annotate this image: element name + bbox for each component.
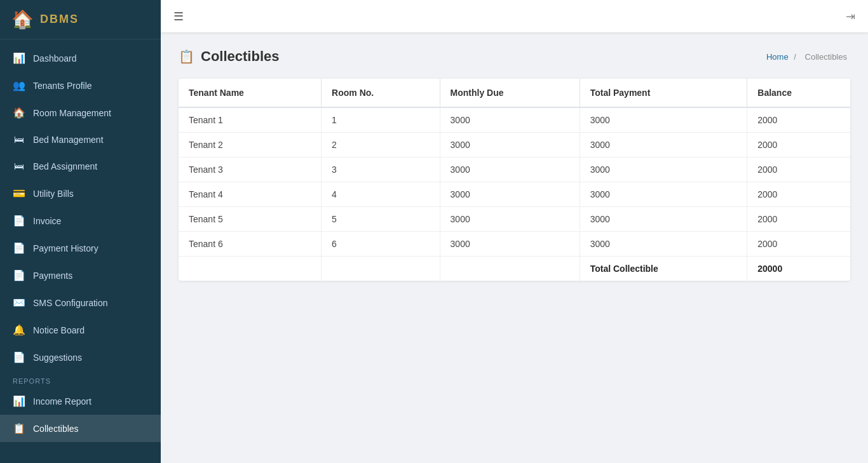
sidebar-item-bed-management[interactable]: 🛏Bed Management [0,126,161,153]
topbar: ☰ ⇥ [161,0,868,33]
monthly-due-cell: 3000 [440,158,580,182]
total-empty-cell [179,257,322,281]
table-row: Tenant 33300030002000 [179,158,850,182]
notice-board-icon: 🔔 [13,324,25,336]
sidebar-item-bed-assignment[interactable]: 🛏Bed Assignment [0,153,161,180]
monthly-due-cell: 3000 [440,207,580,232]
room-no-cell: 6 [322,232,440,257]
sidebar-item-payment-history[interactable]: 📄Payment History [0,234,161,262]
reports-section-label: REPORTS [0,371,161,387]
tenants-profile-icon: 👥 [13,79,25,91]
sidebar-item-label: Room Management [33,108,111,118]
sidebar-item-label: Bed Assignment [33,161,97,171]
sidebar-nav: 📊Dashboard👥Tenants Profile🏠Room Manageme… [0,39,161,463]
total-payment-cell: 3000 [580,158,747,182]
sidebar-item-invoice[interactable]: 📄Invoice [0,207,161,234]
tenant-name-cell: Tenant 1 [179,107,322,133]
total-empty-cell [440,257,580,281]
total-payment-cell: 3000 [580,232,747,257]
sidebar: 🏠 DBMS 📊Dashboard👥Tenants Profile🏠Room M… [0,0,161,463]
page-title-row: 📋 Collectibles [179,48,279,65]
table-body: Tenant 11300030002000Tenant 223000300020… [179,107,850,281]
monthly-due-cell: 3000 [440,182,580,207]
collectibles-icon: 📋 [13,422,25,434]
tenant-name-cell: Tenant 6 [179,232,322,257]
balance-cell: 2000 [747,158,850,182]
room-no-cell: 3 [322,158,440,182]
sidebar-item-dashboard[interactable]: 📊Dashboard [0,44,161,72]
sidebar-item-tenants-profile[interactable]: 👥Tenants Profile [0,72,161,99]
table-row: Tenant 66300030002000 [179,232,850,257]
col-tenant-name: Tenant Name [179,79,322,107]
total-row: Total Collectible20000 [179,257,850,281]
total-empty-cell [322,257,440,281]
total-payment-cell: 3000 [580,107,747,133]
table-row: Tenant 11300030002000 [179,107,850,133]
page-title: Collectibles [201,48,279,65]
sidebar-item-utility-bills[interactable]: 💳Utility Bills [0,180,161,207]
sidebar-item-label: Notice Board [33,325,85,335]
logo-text: DBMS [40,13,79,26]
table-row: Tenant 22300030002000 [179,133,850,158]
total-collectible-label: Total Collectible [580,257,747,281]
collectibles-table-card: Tenant NameRoom No.Monthly DueTotal Paym… [179,79,850,281]
table-header-row: Tenant NameRoom No.Monthly DueTotal Paym… [179,79,850,107]
sidebar-item-label: Tenants Profile [33,81,92,91]
balance-cell: 2000 [747,207,850,232]
topbar-left: ☰ [173,10,184,23]
breadcrumb-home[interactable]: Home [766,52,789,62]
sidebar-item-collectibles[interactable]: 📋Collectibles [0,415,161,442]
tenant-name-cell: Tenant 2 [179,133,322,158]
room-management-icon: 🏠 [13,107,25,119]
sidebar-item-notice-board[interactable]: 🔔Notice Board [0,316,161,344]
sidebar-item-label: Dashboard [33,53,77,64]
sidebar-item-payments[interactable]: 📄Payments [0,262,161,289]
monthly-due-cell: 3000 [440,107,580,133]
page-header: 📋 Collectibles Home / Collectibles [179,48,850,65]
col-balance: Balance [747,79,850,107]
breadcrumb: Home / Collectibles [766,52,850,62]
main-content: ☰ ⇥ 📋 Collectibles Home / Collectibles [161,0,868,463]
sidebar-item-income-report[interactable]: 📊Income Report [0,387,161,415]
sidebar-item-label: Payments [33,271,72,281]
sidebar-item-label: SMS Configuration [33,298,108,308]
balance-cell: 2000 [747,232,850,257]
payments-icon: 📄 [13,269,25,281]
page-body: 📋 Collectibles Home / Collectibles Tenan… [161,33,868,463]
table-header: Tenant NameRoom No.Monthly DueTotal Paym… [179,79,850,107]
sidebar-item-label: Income Report [33,396,92,406]
balance-cell: 2000 [747,182,850,207]
sms-configuration-icon: ✉️ [13,297,25,309]
balance-cell: 2000 [747,107,850,133]
sidebar-logo: 🏠 DBMS [0,0,161,39]
balance-cell: 2000 [747,133,850,158]
bed-assignment-icon: 🛏 [13,161,25,172]
sidebar-item-room-management[interactable]: 🏠Room Management [0,99,161,126]
sidebar-item-sms-configuration[interactable]: ✉️SMS Configuration [0,289,161,316]
room-no-cell: 1 [322,107,440,133]
col-monthly-due: Monthly Due [440,79,580,107]
tenant-name-cell: Tenant 4 [179,182,322,207]
invoice-icon: 📄 [13,215,25,227]
sidebar-item-label: Collectibles [33,424,79,434]
breadcrumb-separator: / [794,52,796,62]
col-total-payment: Total Payment [580,79,747,107]
bed-management-icon: 🛏 [13,134,25,145]
room-no-cell: 2 [322,133,440,158]
total-collectible-value: 20000 [747,257,850,281]
sidebar-item-label: Invoice [33,216,61,226]
page-title-icon: 📋 [179,49,194,64]
sidebar-item-label: Payment History [33,243,98,253]
suggestions-icon: 📄 [13,351,25,363]
hamburger-icon[interactable]: ☰ [173,10,184,23]
sidebar-item-suggestions[interactable]: 📄Suggestions [0,344,161,371]
total-payment-cell: 3000 [580,182,747,207]
dashboard-icon: 📊 [13,52,25,64]
income-report-icon: 📊 [13,395,25,407]
sidebar-item-label: Utility Bills [33,189,74,199]
total-payment-cell: 3000 [580,133,747,158]
logo-icon: 🏠 [11,9,34,30]
logout-icon[interactable]: ⇥ [846,10,855,23]
sidebar-item-label: Suggestions [33,352,82,363]
table-row: Tenant 55300030002000 [179,207,850,232]
